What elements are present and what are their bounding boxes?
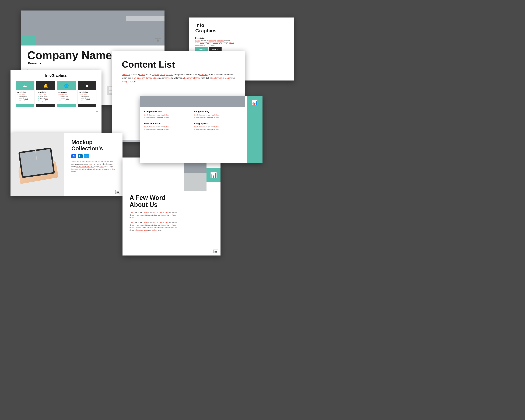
cp-tincidunt4-link: tincidunt dapibus (194, 126, 206, 128)
card-icon-globe: 🌐 (57, 81, 75, 90)
check-icon-2-2: ✓ (38, 98, 39, 100)
card-item-3-3: ✓ iste portitur (58, 100, 74, 102)
cl-eleifend-link: eleifend (193, 77, 201, 79)
ab-dapibus3-link: dapibus (136, 227, 141, 228)
tablet-screen (20, 149, 53, 177)
cp-tincidunt3-link: tincidunt dapibus (144, 126, 155, 128)
card-footer-4 (78, 104, 96, 107)
card-body-2: Description Priority Class ✓ lorem ipsum… (36, 90, 55, 103)
tablet-container (17, 148, 58, 181)
infographics-small-title: InfoGraphics (10, 70, 102, 79)
card-subtitle-4: Priority Class (79, 93, 95, 95)
cl-dapibus2-link: dapibus (150, 77, 158, 79)
check-icon-3-2: ✓ (58, 98, 60, 100)
mk-mollis-link: mollis (100, 166, 103, 168)
linkedin-icon[interactable]: in (78, 154, 83, 158)
teal-accent-block (21, 35, 35, 46)
about-title: A Few WordAbout Us (130, 194, 175, 208)
content-list-content: Content List Asuscipit eros iste metus a… (112, 51, 245, 92)
cl-hendrent-link: hendrent (184, 77, 193, 79)
ig-arc-link-1: arc (207, 42, 209, 44)
ab-praesent2-link: praesent (140, 224, 146, 226)
cp-main-content: Company Profile tincidunt dapibus intege… (140, 96, 262, 134)
about-body-text-2: Asuscipit eros iste metus auctor dapibus… (130, 221, 178, 231)
info-card-3: 🌐 Description Priority Class ✓ lorem ips… (57, 81, 76, 107)
infographics-cards-row: ⛰ Description Priority Class ✓ lorem ips… (10, 79, 102, 109)
check-icon-2-3: ✓ (38, 100, 39, 102)
card-footer-1 (16, 104, 34, 107)
check-icon-3-1: ✓ (58, 96, 60, 97)
mk-eleifend-link: eleifend (78, 168, 84, 170)
cl-asuscipit-link: Asuscipit (122, 73, 130, 76)
ig-pellentesque-link-1: pellentesque (208, 40, 216, 41)
mockup-icon-bottom: 📷 (115, 190, 120, 194)
card-body-3: Description Priority Class ✓ lorem ipsum… (57, 90, 75, 103)
card-item-text-3-1: lorem ipsum (61, 96, 68, 97)
cp-text-image-gallery: tincidunt dapibus integer vitae tristiqu… (194, 114, 241, 119)
mockup-body-text: Asuscipit eros iste metus auctor dapibus… (71, 160, 118, 173)
card-item-3-1: ✓ lorem ipsum (58, 96, 74, 97)
slide-infographics-small: InfoGraphics ⛰ Description Priority Clas… (10, 70, 102, 133)
card-body-4: Description Priority Class ✓ lorem ipsum… (78, 90, 96, 103)
mk-praesent-link: praesent (87, 163, 94, 165)
card-item-2-1: ✓ lorem ipsum (38, 96, 54, 97)
ab-praesent-link: praesent (140, 214, 146, 216)
slide-about: 📊 A Few WordAbout Us Asuscipit eros iste… (122, 158, 221, 255)
card-subtitle-3: Priority Class (58, 93, 74, 95)
ab-hendrent-link: hendrent (161, 227, 168, 228)
cp-text-company-profile: tincidunt dapibus integer vitae tristiqu… (144, 114, 191, 119)
ab-lacus-link: lacus (144, 229, 148, 231)
card-item-1-1: ✓ lorem ipsum (17, 96, 33, 97)
card-item-1-2: ✓ dolor sit amet (17, 98, 33, 100)
card-item-2-3: ✓ iste portitur (38, 100, 54, 102)
about-icon-bottom: 📷 (213, 250, 218, 253)
cl-tristique-link: tristique (122, 81, 129, 83)
card-body-1: Description Priority Class ✓ lorem ipsum… (16, 90, 34, 103)
mockup-right-content: MockupCollection's Bé in 🐦 Asuscipit ero… (66, 133, 122, 196)
ig-feugiat-link-1: feugiat (200, 42, 204, 44)
cp-text-meet-team: tincidunt dapibus integer vitae tristiqu… (144, 126, 191, 131)
ab-tristique-link: tristique (152, 229, 158, 231)
mk-dapibus2-link: dapibus (88, 166, 94, 168)
mk-hendrent-link: hendrent (71, 168, 78, 170)
cp-malesuada4-link: malesuada (199, 129, 206, 130)
twitter-icon[interactable]: 🐦 (84, 154, 89, 158)
mk-tristique-link: tristique (110, 168, 115, 170)
cp-section-infographics: Infographics tincidunt dapibus integer v… (194, 122, 241, 131)
card-footer-3 (57, 104, 75, 107)
cp-malesuada3-link: malesuada (149, 129, 156, 130)
image-placeholder-icon: 🖼 (155, 38, 161, 43)
ig-metus-link-1: metus (211, 44, 215, 46)
mk-lacus-link: lacus (102, 168, 105, 170)
cl-dapibus-link: dapibus (152, 73, 159, 76)
card-title-2: Description (38, 91, 54, 93)
cl-metus-link: metus (139, 73, 145, 76)
cp-section-meet-team: Meet Our Team tincidunt dapibus integer … (144, 122, 191, 131)
behance-icon[interactable]: Bé (71, 154, 76, 158)
ig-section-1: Description eleifend nulla dictum pellen… (195, 37, 288, 52)
check-icon-4-1: ✓ (79, 96, 81, 97)
mockup-title: MockupCollection's (71, 139, 118, 151)
cl-lacus-link: lacus (225, 77, 230, 79)
cl-quam-link: quam (160, 73, 165, 76)
ab-metus-link: metus (143, 212, 147, 213)
card-icon-bell: 🔔 (36, 81, 55, 90)
cp-text-infographics: tincidunt dapibus integer vitae tristiqu… (194, 126, 241, 131)
cl-praesent-link: praesent (199, 73, 207, 76)
card-item-2-2: ✓ dolor sit amet (38, 98, 54, 100)
tablet-shape (18, 148, 55, 178)
cp-section-company-profile: Company Profile tincidunt dapibus intege… (144, 110, 191, 119)
social-icons-row: Bé in 🐦 (71, 154, 118, 158)
mk-quam-link: quam (100, 161, 104, 162)
about-teal-icon-box: 📊 (206, 168, 221, 182)
cp-tristique-link: tristique (164, 114, 169, 116)
ab-volutpat-link: volutpat tincidunt (130, 214, 176, 218)
info-card-1: ⛰ Description Priority Class ✓ lorem ips… (16, 81, 35, 107)
check-icon-1-3: ✓ (17, 100, 19, 102)
mk-metus-link: metus (84, 161, 89, 162)
card-title-4: Description (79, 91, 95, 93)
check-icon-2-1: ✓ (38, 96, 39, 97)
cp-tincidunt-link: tincidunt dapibus (144, 114, 155, 116)
slide-company-image-area: 🖼 (21, 10, 165, 46)
card-footer-2 (36, 104, 55, 107)
